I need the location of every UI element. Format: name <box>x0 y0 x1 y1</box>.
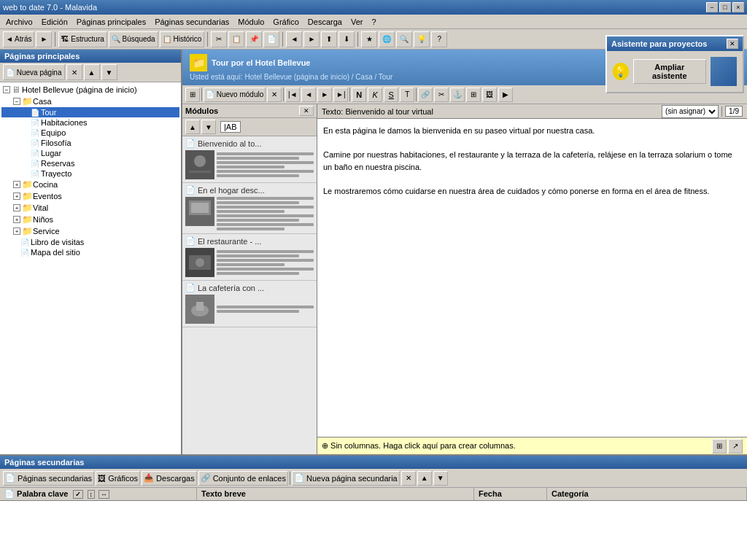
page-up-button[interactable]: ▲ <box>84 64 100 80</box>
tree-item-mapa[interactable]: 📄 Mapa del sitio <box>1 247 179 257</box>
assign-select[interactable]: (sin asignar) <box>662 105 719 118</box>
delete-secondary-button[interactable]: ✕ <box>401 471 416 486</box>
menu-grafico[interactable]: Gráfico <box>268 16 303 28</box>
col-text[interactable]: Texto breve <box>197 488 474 500</box>
tb-btn-8[interactable]: ⬇ <box>338 31 355 47</box>
back-button[interactable]: ◄ Atrás <box>3 31 34 47</box>
view-mode-button[interactable]: ⊞ <box>185 88 200 102</box>
globe-button[interactable]: 🌐 <box>379 31 395 47</box>
col-keyword[interactable]: 📄 Palabra clave ✓ ↕ ↔ <box>0 488 197 500</box>
new-page-button[interactable]: 📄 Nueva página <box>3 64 65 80</box>
unlink-button[interactable]: ✂ <box>434 88 449 102</box>
menu-modulo[interactable]: Módulo <box>233 16 268 28</box>
module-down-button[interactable]: ▼ <box>201 120 216 134</box>
text-editor-footer[interactable]: ⊕ Sin columnas. Haga click aquí para cre… <box>317 437 747 454</box>
module-item-4[interactable]: 📄 La cafetería con ... <box>182 281 317 327</box>
image-button[interactable]: 🖼 <box>482 88 497 102</box>
paste2-button[interactable]: 📄 <box>263 31 279 47</box>
expand-button[interactable]: ↗ <box>728 439 743 454</box>
sec-tab-links[interactable]: 🔗 Conjunto de enlaces <box>198 471 288 486</box>
expand-hotel[interactable]: − <box>3 86 10 93</box>
columns-button[interactable]: ⊞ <box>712 439 727 454</box>
menu-descarga[interactable]: Descarga <box>303 16 347 28</box>
menu-ver[interactable]: Ver <box>347 16 368 28</box>
prev-button[interactable]: ◄ <box>301 88 316 102</box>
tree-item-hotel[interactable]: − 🖥 Hotel Bellevue (página de inicio) <box>1 84 179 96</box>
menu-edicion[interactable]: Edición <box>37 16 72 28</box>
module-name-field[interactable]: |AB <box>220 121 241 133</box>
menu-help[interactable]: ? <box>367 16 380 28</box>
bold-button[interactable]: N <box>352 88 366 102</box>
new-module-button[interactable]: 📄 Nuevo módulo <box>204 88 266 102</box>
maximize-button[interactable]: □ <box>719 2 731 12</box>
expand-service[interactable]: + <box>13 228 20 235</box>
minimize-button[interactable]: − <box>706 2 718 12</box>
tree-item-habitaciones[interactable]: 📄 Habitaciones <box>1 117 179 128</box>
modules-close-button[interactable]: ✕ <box>299 106 314 116</box>
tree-item-filosofia[interactable]: 📄 Filosofía <box>1 138 179 148</box>
tb-btn-7[interactable]: ⬆ <box>321 31 337 47</box>
page-down-button[interactable]: ▼ <box>101 64 117 80</box>
expand-cocina[interactable]: + <box>13 181 20 188</box>
sec-tab-downloads[interactable]: 📥 Descargas <box>142 471 197 486</box>
expand-casa[interactable]: − <box>13 98 20 105</box>
menu-archivo[interactable]: Archivo <box>1 16 37 28</box>
historic-button[interactable]: 📋 Histórico <box>160 31 205 47</box>
tree-item-lugar[interactable]: 📄 Lugar <box>1 148 179 158</box>
link-button[interactable]: 🔗 <box>418 88 433 102</box>
copy-button[interactable]: 📋 <box>228 31 244 47</box>
sec-up-button[interactable]: ▲ <box>417 471 432 486</box>
text-editor-content[interactable]: En esta página le damos la bienvenida en… <box>317 119 747 437</box>
tree-item-equipo[interactable]: 📄 Equipo <box>1 128 179 138</box>
table-button[interactable]: ⊞ <box>466 88 481 102</box>
tree-item-trayecto[interactable]: 📄 Trayecto <box>1 168 179 179</box>
tb-btn-6[interactable]: ► <box>303 31 320 47</box>
new-secondary-button[interactable]: 📄 Nueva página secundaria <box>292 471 400 486</box>
assistant-close-button[interactable]: ✕ <box>727 39 738 49</box>
menu-paginas-principales[interactable]: Páginas principales <box>72 16 150 28</box>
structure-button[interactable]: 🏗 Estructura <box>58 31 107 47</box>
col-date[interactable]: Fecha <box>474 488 547 500</box>
search2-button[interactable]: 🔍 <box>396 31 412 47</box>
sec-down-button[interactable]: ▼ <box>433 471 448 486</box>
tree-item-libro[interactable]: 📄 Libro de visitas <box>1 237 179 247</box>
sec-tab-pages[interactable]: 📄 Páginas secundarias <box>3 471 94 486</box>
tree-item-ninos[interactable]: + 📁 Niños <box>1 214 179 225</box>
expand-ninos[interactable]: + <box>13 216 20 223</box>
next-button[interactable]: ► <box>317 88 332 102</box>
text-format-button[interactable]: T <box>400 88 414 102</box>
tree-item-reservas[interactable]: 📄 Reservas <box>1 158 179 168</box>
module-item-2[interactable]: 📄 En el hogar desc... <box>182 183 317 234</box>
tree-item-cocina[interactable]: + 📁 Cocina <box>1 179 179 190</box>
col-category[interactable]: Categoría <box>547 488 747 500</box>
anchor-button[interactable]: ⚓ <box>450 88 465 102</box>
question-button[interactable]: ? <box>431 31 447 47</box>
tree-item-eventos[interactable]: + 📁 Eventos <box>1 190 179 202</box>
forward-button[interactable]: ► <box>36 31 52 47</box>
sec-tab-graphics[interactable]: 🖼 Gráficos <box>96 471 140 486</box>
tb-btn-5[interactable]: ◄ <box>286 31 302 47</box>
star-button[interactable]: ★ <box>361 31 377 47</box>
expand-vital[interactable]: + <box>13 204 20 211</box>
last-button[interactable]: ►| <box>333 88 348 102</box>
search-button[interactable]: 🔍 Búsqueda <box>109 31 158 47</box>
menu-paginas-secundarias[interactable]: Páginas secundarias <box>150 16 233 28</box>
ampliar-button[interactable]: Ampliar asistente <box>633 59 706 84</box>
cut-button[interactable]: ✂ <box>211 31 227 47</box>
italic-button[interactable]: K <box>368 88 382 102</box>
delete-page-button[interactable]: ✕ <box>66 64 82 80</box>
tree-item-tour[interactable]: 📄 Tour <box>1 107 179 117</box>
underline-button[interactable]: S <box>384 88 398 102</box>
paste-button[interactable]: 📌 <box>246 31 262 47</box>
close-button[interactable]: × <box>732 2 744 12</box>
module-item-3[interactable]: 📄 El restaurante - ... <box>182 234 317 281</box>
module-up-button[interactable]: ▲ <box>185 120 200 134</box>
expand-eventos[interactable]: + <box>13 192 20 200</box>
tree-item-vital[interactable]: + 📁 Vital <box>1 202 179 214</box>
tree-item-casa[interactable]: − 📁 Casa <box>1 96 179 107</box>
tree-item-service[interactable]: + 📁 Service <box>1 225 179 237</box>
bulb-button[interactable]: 💡 <box>414 31 430 47</box>
delete-module-button[interactable]: ✕ <box>267 88 282 102</box>
first-button[interactable]: |◄ <box>285 88 300 102</box>
module-item-1[interactable]: 📄 Bienvenido al to... <box>182 136 317 183</box>
